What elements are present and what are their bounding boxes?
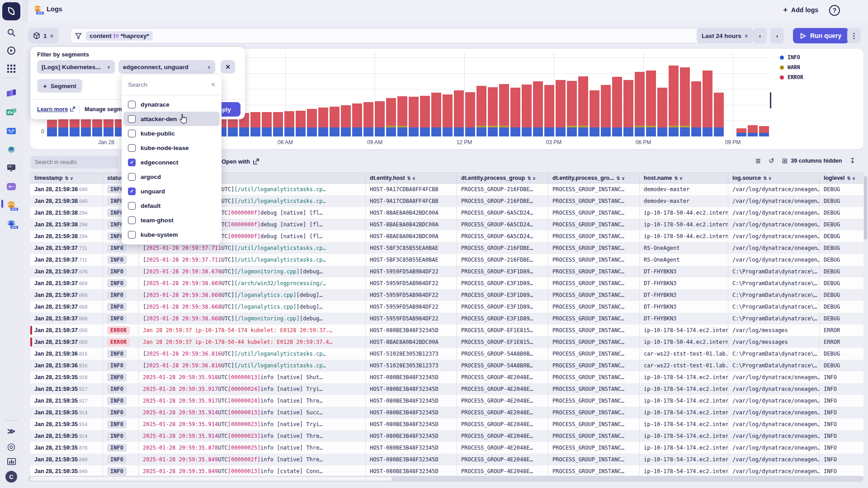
help-button[interactable]: ?	[829, 5, 840, 16]
download-icon[interactable]: ↧	[849, 157, 855, 165]
bar-info-segment[interactable]	[330, 127, 340, 136]
bar-info-segment[interactable]	[375, 127, 385, 136]
bar-info-segment[interactable]	[590, 127, 599, 136]
app-kubernetes-icon[interactable]	[6, 181, 17, 192]
checkbox-unchecked[interactable]	[128, 115, 136, 123]
bar-info-segment[interactable]	[58, 127, 68, 136]
bar-error-segment[interactable]	[431, 93, 441, 127]
segment-option-default[interactable]: default	[123, 198, 220, 213]
bar-error-segment[interactable]	[352, 103, 362, 127]
support-ring-icon[interactable]: ◎	[6, 441, 17, 452]
bar-warn-segment[interactable]	[488, 126, 498, 127]
bar-info-segment[interactable]	[443, 127, 453, 136]
bar-info-segment[interactable]	[431, 127, 441, 136]
bar-error-segment[interactable]	[273, 112, 283, 127]
table-row[interactable]: Jan 28, 21:59:35.878INFO2025-01-28 20:59…	[30, 442, 863, 454]
bar-error-segment[interactable]	[488, 87, 498, 126]
app-observability-icon[interactable]	[6, 89, 17, 99]
segment-option-kube-public[interactable]: kube-public	[123, 126, 220, 141]
checkbox-unchecked[interactable]	[128, 173, 136, 181]
segment-option-dynatrace[interactable]: dynatrace	[123, 97, 220, 112]
bar-info-segment[interactable]	[748, 133, 758, 136]
bar-error-segment[interactable]	[443, 94, 453, 127]
table-row[interactable]: Jan 28, 21:59:37.668INFO[2025-01-28 20:5…	[30, 289, 863, 301]
bar-warn-segment[interactable]	[499, 126, 509, 127]
run-query-button[interactable]: Run query	[793, 28, 849, 43]
bar-error-segment[interactable]	[476, 86, 486, 126]
bar-info-segment[interactable]	[397, 127, 407, 136]
bar-info-segment[interactable]	[465, 127, 475, 136]
column-header-loglevel[interactable]: loglevel⇅ ∨	[819, 173, 863, 183]
query-filter-input[interactable]: content != *haproxy* ✕	[70, 28, 725, 43]
bar-info-segment[interactable]	[759, 133, 769, 136]
column-header-dt-entity-host[interactable]: dt.entity.host⇅ ∨	[365, 173, 457, 183]
time-range-selector[interactable]: Last 24 hours ∨	[697, 28, 753, 43]
bar-info-segment[interactable]	[92, 127, 102, 136]
segment-option-edgeconnect[interactable]: ✓edgeconnect	[123, 155, 220, 169]
checkbox-unchecked[interactable]	[128, 202, 136, 210]
bar-error-segment[interactable]	[522, 84, 532, 127]
bar-info-segment[interactable]	[250, 127, 260, 136]
bar-info-segment[interactable]	[341, 127, 351, 136]
query-more-menu[interactable]: ⋮	[847, 28, 861, 43]
bar-info-segment[interactable]	[567, 127, 577, 136]
bar-info-segment[interactable]	[635, 127, 645, 136]
dynatrace-logo[interactable]	[2, 2, 20, 20]
bar-info-segment[interactable]	[296, 127, 306, 136]
bar-info-segment[interactable]	[510, 127, 520, 136]
bar-error-segment[interactable]	[759, 126, 769, 133]
table-row[interactable]: Jan 28, 21:59:35.914INFO2025-01-28 20:59…	[30, 407, 863, 418]
bar-error-segment[interactable]	[454, 90, 464, 127]
bar-info-segment[interactable]	[612, 127, 622, 136]
bar-error-segment[interactable]	[714, 93, 724, 127]
bar-error-segment[interactable]	[284, 111, 294, 127]
checkbox-unchecked[interactable]	[128, 216, 136, 224]
apps-grid-icon[interactable]	[6, 63, 17, 74]
table-row[interactable]: Jan 28, 21:59:36.816INFO[2025-01-28 20:5…	[30, 348, 863, 360]
bar-error-segment[interactable]	[544, 85, 554, 127]
bar-error-segment[interactable]	[262, 112, 272, 127]
table-row[interactable]: Jan 28, 21:59:35.917INFO2025-01-28 20:59…	[30, 383, 863, 395]
app-hosts-icon[interactable]	[6, 163, 17, 174]
close-panel-button[interactable]: ✕	[221, 60, 235, 74]
segment-option-kube-node-lease[interactable]: kube-node-lease	[123, 141, 220, 155]
table-row[interactable]: Jan 28, 21:59:37.676INFO[2025-01-28 20:5…	[30, 266, 863, 277]
bar-info-segment[interactable]	[284, 127, 294, 136]
bar-info-segment[interactable]	[239, 127, 249, 136]
vertical-scrollbar-thumb[interactable]	[864, 176, 867, 239]
checkbox-unchecked[interactable]	[128, 130, 136, 137]
table-row[interactable]: Jan 28, 21:59:35.918INFO2025-01-28 20:59…	[30, 371, 863, 383]
reports-icon[interactable]	[6, 456, 17, 467]
segment-option-unguard[interactable]: ✓unguard	[123, 184, 220, 198]
bar-error-segment[interactable]	[601, 85, 611, 127]
table-row[interactable]: Jan 28, 21:59:37.668INFO[2025-01-28 20:5…	[30, 313, 863, 324]
bar-info-segment[interactable]	[318, 127, 328, 136]
app-logs-icon-active[interactable]: NEW	[6, 199, 17, 210]
bar-warn-segment[interactable]	[680, 126, 690, 127]
bar-info-segment[interactable]	[703, 127, 712, 136]
bar-error-segment[interactable]	[510, 88, 520, 127]
horizontal-scrollbar[interactable]	[28, 476, 863, 482]
column-header-dt-entity-process-gro-[interactable]: dt.entity.process_gro...⇅ ∨	[548, 173, 639, 183]
time-back-button[interactable]: ‹	[753, 28, 767, 43]
bar-info-segment[interactable]	[601, 127, 611, 136]
segment-option-attacker-den[interactable]: attacker-den	[123, 112, 220, 126]
bar-info-segment[interactable]	[386, 127, 396, 136]
column-header-host-name[interactable]: host.name⇅ ∨	[639, 173, 728, 183]
bar-error-segment[interactable]	[81, 118, 91, 127]
bar-error-segment[interactable]	[578, 76, 588, 126]
app-smartscape-icon[interactable]	[6, 144, 17, 155]
bar-error-segment[interactable]	[623, 80, 633, 127]
table-row[interactable]: Jan 28, 21:59:35.914INFO2025-01-28 20:59…	[30, 430, 863, 442]
bar-info-segment[interactable]	[47, 127, 57, 136]
bar-info-segment[interactable]	[81, 127, 91, 136]
bar-error-segment[interactable]	[680, 67, 690, 126]
bar-info-segment[interactable]	[228, 127, 238, 136]
checkbox-checked[interactable]: ✓	[128, 188, 136, 195]
bar-info-segment[interactable]	[420, 127, 430, 136]
bar-error-segment[interactable]	[58, 119, 68, 127]
bar-info-segment[interactable]	[70, 127, 80, 136]
bar-warn-segment[interactable]	[635, 126, 645, 127]
table-row[interactable]: Jan 28, 21:59:36.816INFO[2025-01-28 20:5…	[30, 360, 863, 371]
user-avatar[interactable]: C	[5, 471, 17, 483]
